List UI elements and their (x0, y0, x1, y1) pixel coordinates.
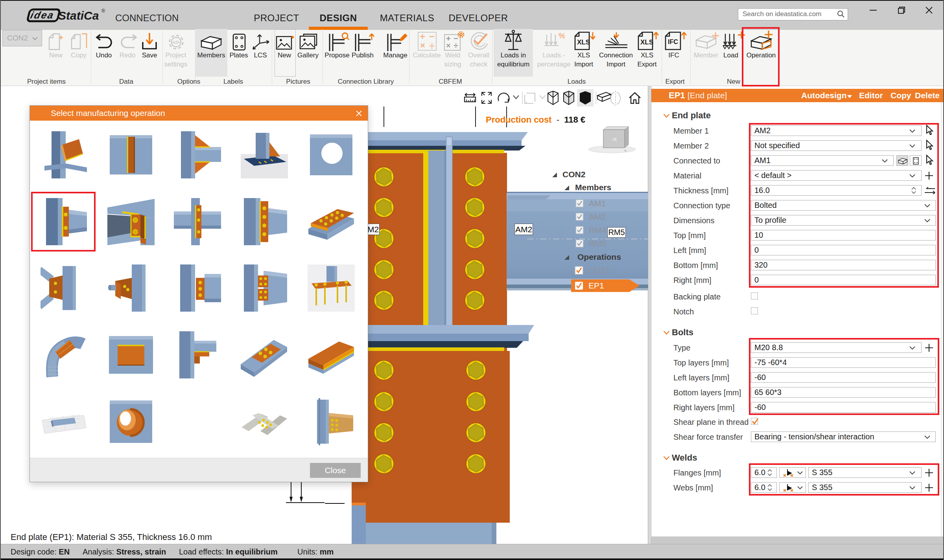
svg-text:IFC: IFC (668, 39, 678, 45)
svg-text:-x: -x (611, 135, 617, 143)
svg-text:idea: idea (30, 9, 56, 20)
svg-text:EP1: EP1 (588, 281, 604, 290)
svg-text:</>: </> (173, 39, 180, 45)
svg-text:StatiCa: StatiCa (58, 9, 99, 22)
svg-text:XLS: XLS (577, 39, 590, 46)
svg-text:XLS: XLS (640, 39, 653, 46)
svg-text:®: ® (101, 8, 105, 14)
svg-text:%: % (559, 31, 565, 40)
